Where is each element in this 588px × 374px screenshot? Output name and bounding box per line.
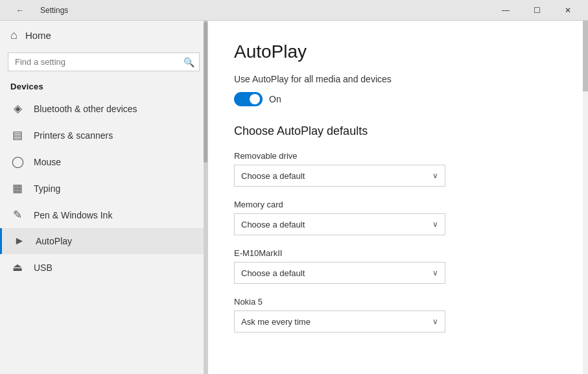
dropdown-group-2: E-M10MarkII Choose a default ∨ xyxy=(234,248,562,284)
sidebar-item-typing[interactable]: ▦ Typing xyxy=(0,175,207,202)
search-icon: 🔍 xyxy=(183,57,194,67)
usb-label: USB xyxy=(34,263,53,273)
sidebar-section-title: Devices xyxy=(0,76,207,95)
chevron-down-icon-1: ∨ xyxy=(432,220,438,229)
autoplay-icon: ► xyxy=(12,235,27,248)
close-button[interactable]: ✕ xyxy=(553,0,583,21)
chevron-down-icon-3: ∨ xyxy=(432,317,438,326)
sidebar-item-usb[interactable]: ⏏ USB xyxy=(0,254,207,281)
pen-icon: ✎ xyxy=(10,208,25,222)
main-container: ⌂ Home 🔍 Devices ◈ Bluetooth & other dev… xyxy=(0,21,588,374)
bluetooth-icon: ◈ xyxy=(10,102,25,115)
home-label: Home xyxy=(25,30,51,41)
dropdown-label-2: E-M10MarkII xyxy=(234,248,562,258)
page-title: AutoPlay xyxy=(234,41,562,62)
title-bar-left: ← Settings xyxy=(5,0,491,21)
title-bar-title: Settings xyxy=(40,6,68,15)
mouse-label: Mouse xyxy=(34,157,61,167)
typing-label: Typing xyxy=(34,183,60,194)
back-button[interactable]: ← xyxy=(5,0,35,21)
dropdown-label-1: Memory card xyxy=(234,200,562,209)
usb-icon: ⏏ xyxy=(10,261,25,274)
sidebar-item-pen[interactable]: ✎ Pen & Windows Ink xyxy=(0,202,207,228)
sidebar-item-home[interactable]: ⌂ Home xyxy=(0,21,207,50)
dropdown-value-1: Choose a default xyxy=(241,220,305,229)
minimize-button[interactable]: — xyxy=(491,0,521,21)
sidebar-scrollbar[interactable] xyxy=(204,21,207,374)
sidebar: ⌂ Home 🔍 Devices ◈ Bluetooth & other dev… xyxy=(0,21,207,374)
content-scrollbar-thumb xyxy=(583,21,588,91)
dropdown-1[interactable]: Choose a default ∨ xyxy=(234,213,445,235)
chevron-down-icon-0: ∨ xyxy=(432,171,438,180)
dropdown-label-0: Removable drive xyxy=(234,151,562,161)
sidebar-scrollbar-thumb xyxy=(204,21,207,163)
dropdown-group-3: Nokia 5 Ask me every time ∨ xyxy=(234,297,562,333)
title-bar-controls: — ☐ ✕ xyxy=(491,0,583,21)
dropdowns-container: Removable drive Choose a default ∨ Memor… xyxy=(234,151,562,333)
dropdown-label-3: Nokia 5 xyxy=(234,297,562,307)
sidebar-item-bluetooth[interactable]: ◈ Bluetooth & other devices xyxy=(0,95,207,122)
sidebar-item-autoplay[interactable]: ► AutoPlay xyxy=(0,228,207,254)
bluetooth-label: Bluetooth & other devices xyxy=(34,104,137,114)
autoplay-description: Use AutoPlay for all media and devices xyxy=(234,74,562,84)
sidebar-item-mouse[interactable]: ◯ Mouse xyxy=(0,148,207,175)
dropdown-value-2: Choose a default xyxy=(241,268,305,278)
title-bar: ← Settings — ☐ ✕ xyxy=(0,0,588,21)
toggle-thumb xyxy=(250,94,260,104)
content-scrollbar[interactable] xyxy=(583,21,588,374)
dropdown-value-3: Ask me every time xyxy=(241,317,311,327)
autoplay-toggle[interactable] xyxy=(234,92,263,106)
content-area: AutoPlay Use AutoPlay for all media and … xyxy=(208,21,588,374)
mouse-icon: ◯ xyxy=(10,155,25,169)
toggle-row: On xyxy=(234,92,562,106)
maximize-button[interactable]: ☐ xyxy=(522,0,552,21)
dropdown-group-0: Removable drive Choose a default ∨ xyxy=(234,151,562,187)
dropdown-value-0: Choose a default xyxy=(241,171,305,181)
autoplay-label: AutoPlay xyxy=(36,236,72,246)
pen-label: Pen & Windows Ink xyxy=(34,210,112,220)
dropdown-0[interactable]: Choose a default ∨ xyxy=(234,165,445,187)
chevron-down-icon-2: ∨ xyxy=(432,268,438,277)
sidebar-items-list: ◈ Bluetooth & other devices ▤ Printers &… xyxy=(0,95,207,374)
typing-icon: ▦ xyxy=(10,181,25,195)
dropdown-2[interactable]: Choose a default ∨ xyxy=(234,262,445,284)
sidebar-item-printers[interactable]: ▤ Printers & scanners xyxy=(0,122,207,148)
section-heading: Choose AutoPlay defaults xyxy=(234,124,562,138)
search-box: 🔍 xyxy=(8,53,200,71)
printers-label: Printers & scanners xyxy=(34,130,113,141)
toggle-label: On xyxy=(269,94,281,104)
home-icon: ⌂ xyxy=(10,29,18,42)
dropdown-3[interactable]: Ask me every time ∨ xyxy=(234,310,445,333)
search-input[interactable] xyxy=(8,53,200,71)
dropdown-group-1: Memory card Choose a default ∨ xyxy=(234,200,562,235)
printers-icon: ▤ xyxy=(10,128,25,142)
